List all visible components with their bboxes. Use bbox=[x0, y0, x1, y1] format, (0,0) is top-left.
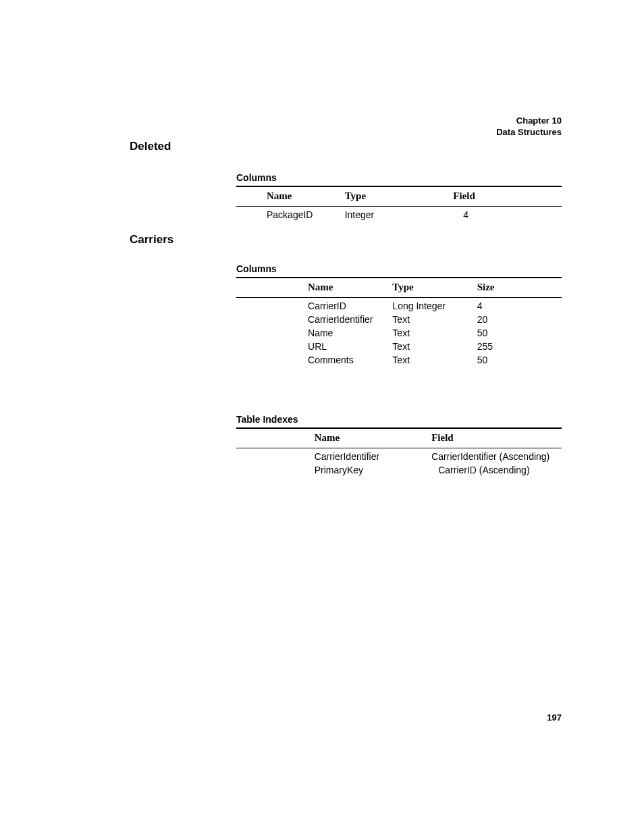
table-header-row: Name Field bbox=[236, 431, 562, 445]
col-name: Name bbox=[308, 280, 392, 294]
cell-type: Integer bbox=[345, 208, 454, 221]
carriers-columns-label: Columns bbox=[236, 263, 562, 274]
col-field: Field bbox=[453, 189, 562, 203]
carriers-indexes-block: Table Indexes Name Field CarrierIdentifi… bbox=[236, 414, 562, 477]
chapter-title: Data Structures bbox=[496, 126, 562, 138]
cell-field: 4 bbox=[453, 208, 562, 221]
cell-name: Name bbox=[308, 326, 392, 340]
cell-field: CarrierID (Ascending) bbox=[431, 463, 562, 477]
cell-size: 50 bbox=[477, 326, 562, 340]
cell-name: URL bbox=[308, 340, 392, 353]
cell-name: CarrierID bbox=[308, 299, 392, 313]
table-row: CarrierIdentifier CarrierIdentifier (Asc… bbox=[236, 450, 562, 463]
chapter-label: Chapter 10 bbox=[496, 115, 562, 126]
table-header-row: Name Type Field bbox=[236, 189, 562, 203]
col-type: Type bbox=[392, 280, 477, 294]
section-heading-carriers: Carriers bbox=[130, 233, 173, 246]
table-row: PackageID Integer 4 bbox=[236, 208, 562, 221]
col-size: Size bbox=[477, 280, 562, 294]
col-field: Field bbox=[431, 431, 562, 445]
carriers-columns-table: Name Type Size CarrierID Long Integer 4 … bbox=[236, 280, 562, 367]
table-row: Name Text 50 bbox=[236, 326, 562, 340]
deleted-columns-table: Name Type Field PackageID Integer 4 bbox=[236, 189, 562, 221]
deleted-columns-label: Columns bbox=[236, 172, 562, 183]
cell-size: 50 bbox=[477, 353, 562, 367]
table-header-row: Name Type Size bbox=[236, 280, 562, 294]
cell-size: 255 bbox=[477, 340, 562, 353]
table-row: URL Text 255 bbox=[236, 340, 562, 353]
cell-field: CarrierIdentifier (Ascending) bbox=[431, 450, 562, 463]
table-row: PrimaryKey CarrierID (Ascending) bbox=[236, 463, 562, 477]
cell-type: Long Integer bbox=[392, 299, 477, 313]
carriers-indexes-table: Name Field CarrierIdentifier CarrierIden… bbox=[236, 431, 562, 477]
cell-size: 20 bbox=[477, 313, 562, 326]
carriers-indexes-label: Table Indexes bbox=[236, 414, 562, 425]
table-row: CarrierIdentifier Text 20 bbox=[236, 313, 562, 326]
cell-name: PackageID bbox=[236, 208, 345, 221]
cell-type: Text bbox=[392, 326, 477, 340]
cell-name: PrimaryKey bbox=[315, 463, 432, 477]
col-name: Name bbox=[236, 189, 345, 203]
col-type: Type bbox=[345, 189, 454, 203]
cell-name: CarrierIdentifier bbox=[308, 313, 392, 326]
carriers-columns-block: Columns Name Type Size CarrierID Long In… bbox=[236, 263, 562, 367]
page-header: Chapter 10 Data Structures bbox=[496, 115, 562, 138]
page-number: 197 bbox=[547, 712, 562, 723]
cell-size: 4 bbox=[477, 299, 562, 313]
table-row: CarrierID Long Integer 4 bbox=[236, 299, 562, 313]
cell-type: Text bbox=[392, 340, 477, 353]
cell-name: Comments bbox=[308, 353, 392, 367]
col-name: Name bbox=[315, 431, 432, 445]
table-row: Comments Text 50 bbox=[236, 353, 562, 367]
cell-type: Text bbox=[392, 313, 477, 326]
deleted-columns-block: Columns Name Type Field PackageID Intege… bbox=[236, 172, 562, 221]
cell-name: CarrierIdentifier bbox=[315, 450, 432, 463]
cell-type: Text bbox=[392, 353, 477, 367]
section-heading-deleted: Deleted bbox=[130, 140, 171, 153]
